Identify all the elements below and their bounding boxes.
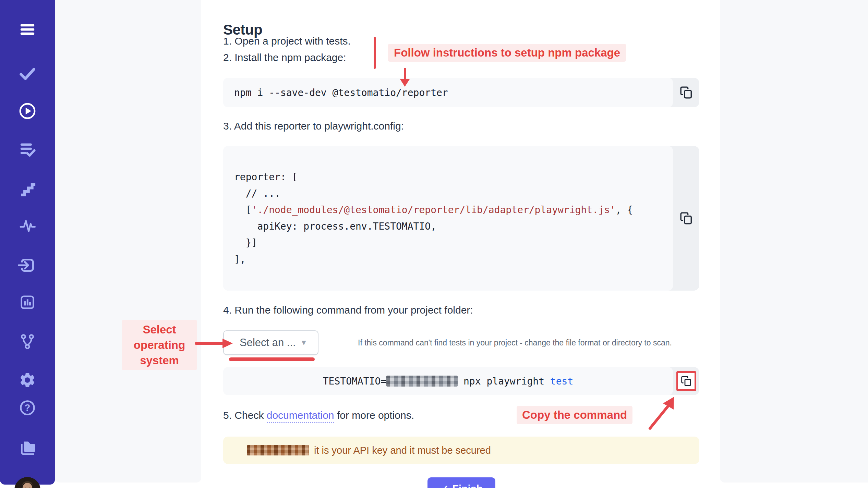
run-command: TESTOMATIO= npx playwright test xyxy=(223,367,673,395)
api-key-warning: it is your API key and it must be secure… xyxy=(223,437,699,464)
redacted-api-key xyxy=(386,376,458,387)
step-5: 5. Check documentation for more options. xyxy=(223,407,414,424)
annotation-select-os: Select operating system xyxy=(122,320,197,370)
run-command-middle: npx playwright xyxy=(458,376,550,387)
copy-icon[interactable] xyxy=(680,86,693,99)
setup-steps-1-2: 1. Open a project with tests. 2. Install… xyxy=(223,33,351,66)
redacted-api-key xyxy=(247,445,309,455)
help-icon[interactable]: ? xyxy=(18,398,37,417)
run-command-code-block: TESTOMATIO= npx playwright test xyxy=(223,367,699,395)
annotation-npm: Follow instructions to setup npm package xyxy=(388,44,626,62)
scan-helper-text: If this command can't find tests in your… xyxy=(358,338,701,348)
arrow-down-icon xyxy=(396,68,414,87)
right-gutter xyxy=(720,0,868,483)
list-check-icon[interactable] xyxy=(18,139,37,159)
app-window: ? Setup 1. Open a project with xyxy=(0,0,868,488)
arrow-right-icon xyxy=(195,337,234,350)
sign-in-icon[interactable] xyxy=(18,256,37,275)
check-icon[interactable] xyxy=(18,64,37,83)
step-1: 1. Open a project with tests. xyxy=(223,33,351,49)
documentation-link[interactable]: documentation xyxy=(267,410,334,423)
npm-install-code-block: npm i --save-dev @testomatio/reporter xyxy=(223,78,699,107)
step-5-prefix: 5. Check xyxy=(223,410,267,421)
finish-button-label: Finish xyxy=(452,483,482,488)
bar-chart-icon[interactable] xyxy=(18,293,37,312)
os-select-value: Select an ... xyxy=(240,337,296,349)
svg-text:?: ? xyxy=(25,402,31,413)
annotation-copy-command: Copy the command xyxy=(517,406,632,424)
annotation-underline xyxy=(229,357,315,361)
chevron-down-icon: ▼ xyxy=(300,338,308,347)
os-select-dropdown[interactable]: Select an ... ▼ xyxy=(223,330,318,355)
menu-icon[interactable] xyxy=(18,20,37,39)
run-command-highlight: test xyxy=(550,376,573,387)
user-avatar[interactable] xyxy=(14,477,40,488)
run-command-prefix: TESTOMATIO= xyxy=(323,376,386,387)
gear-icon[interactable] xyxy=(18,370,37,390)
branch-icon[interactable] xyxy=(18,332,37,351)
api-key-warning-text: it is your API key and it must be secure… xyxy=(314,445,491,456)
sidebar: ? xyxy=(0,0,55,485)
finish-button[interactable]: ✓ Finish xyxy=(427,477,495,488)
step-5-suffix: for more options. xyxy=(334,410,414,421)
setup-panel: Setup 1. Open a project with tests. 2. I… xyxy=(201,0,720,488)
annotation-divider-line xyxy=(374,37,376,69)
copy-icon[interactable] xyxy=(676,371,696,391)
left-gutter xyxy=(55,0,201,483)
folders-icon[interactable] xyxy=(18,437,37,456)
step-4: 4. Run the following command from your p… xyxy=(223,302,473,318)
playwright-config-code-block: reporter: [ // ... ['./node_modules/@tes… xyxy=(223,146,699,291)
copy-icon[interactable] xyxy=(680,212,693,225)
stairs-icon[interactable] xyxy=(18,179,37,198)
step-3: 3. Add this reporter to playwright.confi… xyxy=(223,118,404,134)
playwright-config-code: reporter: [ // ... ['./node_modules/@tes… xyxy=(223,146,673,291)
step-2: 2. Install the npm package: xyxy=(223,49,351,66)
arrow-up-right-icon xyxy=(645,394,681,431)
play-icon[interactable] xyxy=(18,101,37,121)
pulse-icon[interactable] xyxy=(18,216,37,235)
check-icon: ✓ xyxy=(440,483,449,488)
npm-install-command: npm i --save-dev @testomatio/reporter xyxy=(223,78,673,107)
